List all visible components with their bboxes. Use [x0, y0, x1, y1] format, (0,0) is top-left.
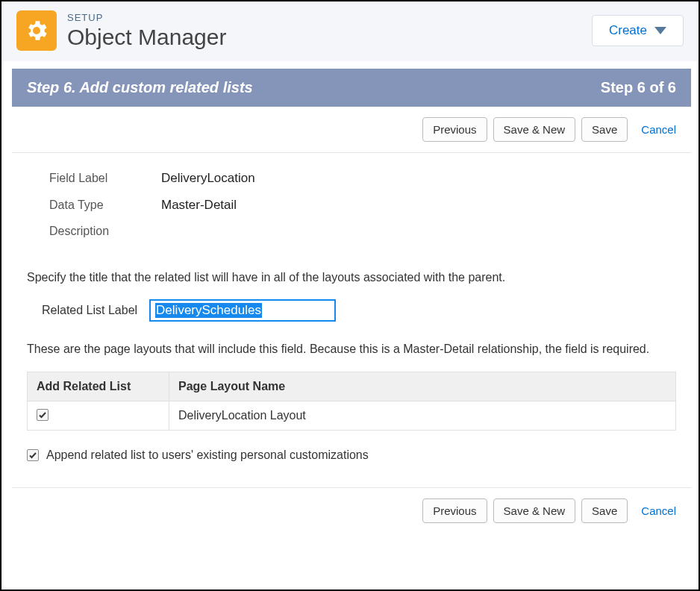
save-button-bottom[interactable]: Save — [581, 498, 628, 523]
description-label: Description — [49, 225, 161, 238]
content-scroll[interactable]: Step 6. Add custom related lists Step 6 … — [12, 69, 694, 585]
previous-button-bottom[interactable]: Previous — [422, 498, 487, 523]
chevron-down-icon — [654, 27, 666, 34]
table-header-name: Page Layout Name — [169, 372, 675, 401]
field-label-label: Field Label — [49, 172, 161, 185]
page-title: Object Manager — [67, 25, 226, 50]
setup-label: SETUP — [67, 12, 226, 23]
related-list-label-value: DeliverySchedules — [155, 303, 262, 318]
data-type-value: Master-Detail — [161, 198, 237, 213]
save-and-new-button-bottom[interactable]: Save & New — [493, 498, 576, 523]
bottom-button-row: Previous Save & New Save Cancel — [12, 488, 691, 531]
row-checkbox[interactable] — [37, 409, 49, 421]
append-checkbox[interactable] — [27, 449, 39, 461]
previous-button[interactable]: Previous — [422, 117, 487, 142]
gear-icon — [16, 10, 57, 51]
instruction-2: These are the page layouts that will inc… — [27, 341, 676, 357]
create-button[interactable]: Create — [592, 15, 684, 46]
instruction-1: Specify the title that the related list … — [27, 269, 676, 286]
row-layout-name: DeliveryLocation Layout — [169, 401, 675, 430]
top-button-row: Previous Save & New Save Cancel — [12, 107, 691, 152]
related-list-label-input[interactable]: DeliverySchedules — [149, 299, 336, 322]
related-list-label-label: Related List Label — [42, 304, 137, 317]
table-header-add: Add Related List — [28, 372, 169, 401]
page-header: SETUP Object Manager Create — [1, 1, 699, 61]
step-counter: Step 6 of 6 — [601, 79, 676, 96]
cancel-link[interactable]: Cancel — [641, 123, 676, 136]
layouts-table: Add Related List Page Layout Name Delive… — [27, 372, 676, 431]
field-label-value: DeliveryLocation — [161, 171, 255, 186]
data-type-label: Data Type — [49, 198, 161, 212]
append-label: Append related list to users' existing p… — [46, 448, 369, 462]
save-button[interactable]: Save — [581, 117, 628, 142]
cancel-link-bottom[interactable]: Cancel — [641, 504, 676, 517]
save-and-new-button[interactable]: Save & New — [493, 117, 576, 142]
step-title: Step 6. Add custom related lists — [27, 79, 253, 96]
step-header: Step 6. Add custom related lists Step 6 … — [12, 69, 691, 107]
table-row: DeliveryLocation Layout — [28, 401, 675, 430]
create-button-label: Create — [609, 23, 647, 38]
